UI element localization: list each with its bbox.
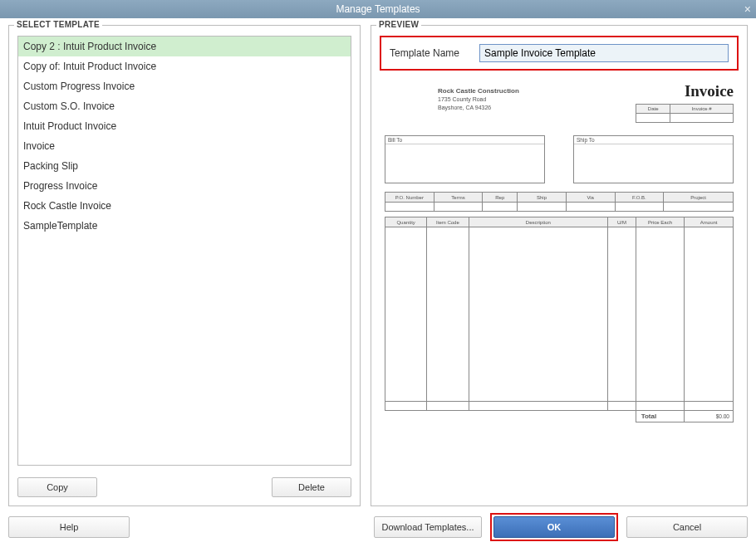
company-block: Rock Castle Construction 1735 County Roa…	[385, 82, 636, 129]
col-header: Terms	[434, 193, 483, 203]
window-title: Manage Templates	[336, 3, 420, 15]
close-icon[interactable]: ×	[744, 0, 751, 18]
delete-button[interactable]: Delete	[272, 477, 351, 497]
list-item[interactable]: SampleTemplate	[18, 216, 351, 236]
list-item[interactable]: Copy of: Intuit Product Invoice	[18, 56, 351, 76]
invoice-preview: Rock Castle Construction 1735 County Roa…	[380, 79, 739, 476]
ship-to-label: Ship To	[574, 136, 733, 144]
col-header: Rep	[483, 193, 518, 203]
date-invoice-table: Date Invoice #	[636, 104, 734, 123]
total-label: Total	[636, 411, 685, 422]
col-header: Ship	[518, 193, 567, 203]
list-item[interactable]: Progress Invoice	[18, 176, 351, 196]
col-header: Amount	[685, 217, 734, 227]
list-item[interactable]: Invoice	[18, 136, 351, 156]
list-item[interactable]: Copy 2 : Intuit Product Invoice	[18, 37, 351, 56]
col-header: Quantity	[385, 217, 427, 227]
ok-button[interactable]: OK	[493, 516, 615, 538]
list-item[interactable]: Packing Slip	[18, 156, 351, 176]
company-addr1: 1735 County Road	[438, 95, 636, 104]
template-name-input[interactable]	[479, 44, 729, 62]
title-bar: Manage Templates ×	[0, 0, 756, 18]
invoice-num-header: Invoice #	[670, 105, 734, 114]
bill-to-box: Bill To	[385, 135, 545, 183]
footer-bar: Help Download Templates... OK Cancel	[0, 508, 756, 541]
col-header: Description	[469, 217, 608, 227]
col-header: U/M	[608, 217, 636, 227]
invoice-title: Invoice	[636, 82, 734, 100]
ok-highlight: OK	[490, 513, 618, 541]
cancel-button[interactable]: Cancel	[626, 516, 748, 538]
list-item[interactable]: Custom Progress Invoice	[18, 76, 351, 96]
col-header: P.O. Number	[385, 193, 434, 203]
preview-panel: PREVIEW Template Name Rock Castle Constr…	[371, 25, 748, 506]
col-header: Item Code	[427, 217, 469, 227]
bill-to-label: Bill To	[385, 136, 544, 144]
order-info-table: P.O. NumberTermsRepShipViaF.O.B.Project	[385, 192, 734, 212]
col-header: F.O.B.	[615, 193, 664, 203]
col-header: Price Each	[636, 217, 685, 227]
date-header: Date	[636, 105, 670, 114]
select-template-panel: SELECT TEMPLATE Copy 2 : Intuit Product …	[8, 25, 361, 506]
select-template-legend: SELECT TEMPLATE	[14, 20, 102, 29]
copy-button[interactable]: Copy	[17, 477, 97, 497]
col-header: Project	[664, 193, 734, 203]
company-addr2: Bayshore, CA 94326	[438, 104, 636, 112]
list-item[interactable]: Rock Castle Invoice	[18, 196, 351, 216]
total-value: $0.00	[685, 411, 734, 422]
help-button[interactable]: Help	[8, 516, 130, 538]
preview-legend: PREVIEW	[376, 20, 421, 29]
download-templates-button[interactable]: Download Templates...	[374, 516, 482, 538]
line-items-table: QuantityItem CodeDescriptionU/MPrice Eac…	[385, 217, 734, 422]
ship-to-box: Ship To	[573, 135, 734, 183]
company-name: Rock Castle Construction	[438, 87, 636, 95]
list-item[interactable]: Custom S.O. Invoice	[18, 96, 351, 116]
template-list[interactable]: Copy 2 : Intuit Product InvoiceCopy of: …	[17, 36, 351, 466]
list-item[interactable]: Intuit Product Invoice	[18, 116, 351, 136]
col-header: Via	[566, 193, 615, 203]
template-name-label: Template Name	[390, 47, 459, 59]
template-name-row: Template Name	[380, 36, 739, 71]
